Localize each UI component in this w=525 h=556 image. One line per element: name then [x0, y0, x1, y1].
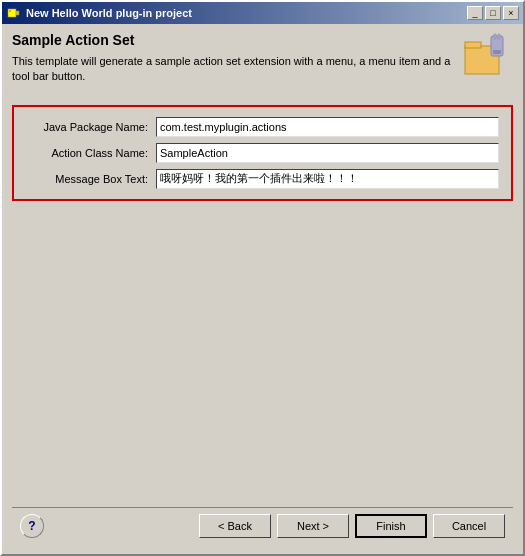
page-title: Sample Action Set	[12, 32, 453, 48]
action-class-label: Action Class Name:	[26, 147, 156, 159]
message-box-label: Message Box Text:	[26, 173, 156, 185]
maximize-button[interactable]: □	[485, 6, 501, 20]
svg-rect-1	[16, 11, 19, 15]
spacer	[12, 209, 513, 507]
svg-rect-4	[465, 42, 481, 48]
back-label: < Back	[218, 520, 252, 532]
java-package-input[interactable]	[156, 117, 499, 137]
form-section: Java Package Name: Action Class Name: Me…	[12, 105, 513, 201]
back-button[interactable]: < Back	[199, 514, 271, 538]
cancel-button[interactable]: Cancel	[433, 514, 505, 538]
svg-rect-8	[493, 50, 501, 54]
action-class-row: Action Class Name:	[26, 143, 499, 163]
action-class-input[interactable]	[156, 143, 499, 163]
plug-icon-svg	[461, 32, 513, 84]
window-content: Sample Action Set This template will gen…	[2, 24, 523, 554]
message-box-input[interactable]	[156, 169, 499, 189]
button-bar: ? < Back Next > Finish Cancel	[12, 507, 513, 546]
svg-rect-0	[8, 9, 16, 17]
cancel-label: Cancel	[452, 520, 486, 532]
title-bar: New Hello World plug-in project _ □ ×	[2, 2, 523, 24]
next-label: Next >	[297, 520, 329, 532]
main-window: New Hello World plug-in project _ □ × Sa…	[0, 0, 525, 556]
window-title: New Hello World plug-in project	[26, 7, 467, 19]
svg-rect-7	[498, 34, 500, 39]
header-section: Sample Action Set This template will gen…	[12, 32, 513, 93]
java-package-row: Java Package Name:	[26, 117, 499, 137]
nav-buttons: < Back Next > Finish Cancel	[199, 514, 505, 538]
svg-point-2	[9, 10, 11, 12]
finish-button[interactable]: Finish	[355, 514, 427, 538]
message-box-row: Message Box Text:	[26, 169, 499, 189]
finish-label: Finish	[376, 520, 405, 532]
header-text: Sample Action Set This template will gen…	[12, 32, 453, 85]
help-button[interactable]: ?	[20, 514, 44, 538]
minimize-button[interactable]: _	[467, 6, 483, 20]
next-button[interactable]: Next >	[277, 514, 349, 538]
svg-rect-6	[494, 34, 496, 39]
close-button[interactable]: ×	[503, 6, 519, 20]
plugin-icon	[461, 32, 513, 84]
window-icon	[6, 5, 22, 21]
java-package-label: Java Package Name:	[26, 121, 156, 133]
page-description: This template will generate a sample act…	[12, 54, 453, 85]
window-controls: _ □ ×	[467, 6, 519, 20]
